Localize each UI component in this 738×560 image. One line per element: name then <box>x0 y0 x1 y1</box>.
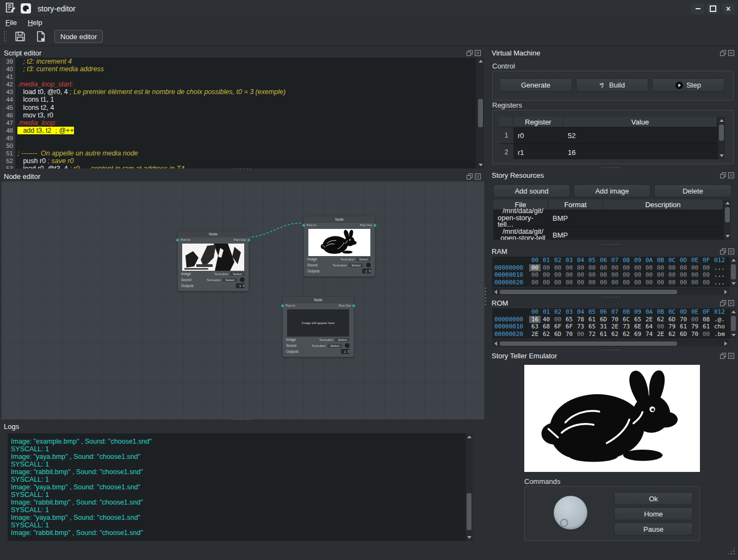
hex-byte[interactable]: 00 <box>700 331 712 338</box>
script-line[interactable]: 41 <box>1 73 476 80</box>
register-row[interactable]: 1r052 <box>499 127 717 144</box>
script-line[interactable]: 39 ; t2: increment 4 <box>1 58 476 65</box>
script-line[interactable]: 43 load t0, @r0, 4 ; Le premier élément … <box>1 88 476 96</box>
minimize-icon[interactable] <box>691 3 704 14</box>
hex-byte[interactable]: 2E <box>643 316 655 323</box>
hex-byte[interactable]: 00 <box>700 271 712 279</box>
resources-dock-titlebar[interactable]: Story Resources <box>488 170 738 180</box>
hex-byte[interactable]: 00 <box>655 264 666 272</box>
undock-icon[interactable] <box>720 353 726 359</box>
resource-row[interactable]: /mnt/data/git/open-story-tellBMP <box>493 227 723 240</box>
emulator-dock-titlebar[interactable]: Story Teller Emulator <box>488 351 738 360</box>
play-sound-icon[interactable] <box>344 343 350 349</box>
hex-byte[interactable]: 62 <box>541 331 552 338</box>
toolbar-drag-handle[interactable] <box>3 30 7 42</box>
log-output[interactable]: Image: "example.bmp" , Sound: "choose1.s… <box>8 433 472 541</box>
hex-byte[interactable]: 00 <box>700 264 712 272</box>
hex-byte[interactable]: 00 <box>700 279 712 287</box>
add-sound-button[interactable]: Add sound <box>493 184 570 197</box>
hex-byte[interactable]: 00 <box>643 279 655 287</box>
script-vertical-scrollbar[interactable] <box>476 58 484 169</box>
hex-byte[interactable]: 63 <box>529 323 541 331</box>
close-icon[interactable] <box>728 300 734 306</box>
resources-table[interactable]: FileFormatDescription /mnt/data/git/open… <box>493 200 723 240</box>
port-in-dot[interactable] <box>176 239 179 241</box>
hex-byte[interactable]: 72 <box>586 331 598 338</box>
port-out-dot[interactable] <box>352 304 355 307</box>
hex-byte[interactable]: 00 <box>575 331 586 338</box>
splitter-handle[interactable] <box>232 418 252 421</box>
hex-byte[interactable]: 00 <box>586 279 598 287</box>
step-button[interactable]: Step <box>652 78 724 92</box>
close-icon[interactable] <box>475 50 481 56</box>
select-sound-button[interactable]: Select <box>327 343 343 349</box>
hex-byte[interactable]: 6D <box>598 316 609 323</box>
script-line[interactable]: 51; ------- On appelle un autre media no… <box>1 150 476 157</box>
hex-byte[interactable]: 62 <box>655 316 666 323</box>
media-node-rabbit[interactable]: Node Port In Port Out ImageTextLabelSele… <box>303 216 375 277</box>
hex-byte[interactable]: 61 <box>678 323 689 331</box>
hex-byte[interactable]: 00 <box>598 279 609 287</box>
select-sound-button[interactable]: Select <box>222 277 238 283</box>
hex-byte[interactable]: 61 <box>700 323 712 331</box>
hex-byte[interactable]: 00 <box>621 279 632 287</box>
hex-byte[interactable]: 00 <box>609 271 621 279</box>
script-line[interactable]: 47.media_loop: <box>1 119 476 127</box>
hex-byte[interactable]: 00 <box>598 264 609 272</box>
hex-byte[interactable]: 69 <box>632 331 643 338</box>
hex-byte[interactable]: 00 <box>632 279 643 287</box>
hex-byte[interactable]: 78 <box>575 316 586 323</box>
registers-table[interactable]: RegisterValue 1r0522r116 <box>499 117 717 159</box>
hex-byte[interactable]: 65 <box>586 323 598 331</box>
hex-byte[interactable]: 6E <box>632 323 643 331</box>
hex-byte[interactable]: 31 <box>598 323 609 331</box>
hex-byte[interactable]: 64 <box>643 323 655 331</box>
close-icon[interactable] <box>728 172 734 178</box>
select-sound-button[interactable]: Select <box>348 263 364 268</box>
script-code-area[interactable]: 39 ; t2: increment 440 ; t3: current med… <box>1 58 476 169</box>
hex-byte[interactable]: 00 <box>529 271 541 279</box>
hex-byte[interactable]: 00 <box>621 264 632 272</box>
ram-hex-view[interactable]: 000102030405060708090A0B0C0D0E0F01200000… <box>492 257 729 287</box>
hex-byte[interactable]: 00 <box>689 271 700 279</box>
hex-byte[interactable]: 00 <box>689 264 700 272</box>
undock-icon[interactable] <box>467 173 473 179</box>
media-node-empty[interactable]: Node Port In Port Out Image will appear … <box>282 296 354 357</box>
undock-icon[interactable] <box>720 172 726 178</box>
hex-byte[interactable]: 70 <box>689 331 700 338</box>
port-in-dot[interactable] <box>281 304 284 307</box>
hex-byte[interactable]: 00 <box>678 264 689 272</box>
hex-byte[interactable]: 61 <box>598 331 609 338</box>
hex-byte[interactable]: 65 <box>563 316 575 323</box>
select-image-button[interactable]: Select <box>356 257 371 262</box>
hex-byte[interactable]: 65 <box>632 316 643 323</box>
hex-byte[interactable]: 00 <box>563 264 575 272</box>
hex-byte[interactable]: 79 <box>666 323 678 331</box>
undock-icon[interactable] <box>720 50 726 56</box>
outputs-spinner[interactable]: 1 <box>340 349 350 354</box>
hex-byte[interactable]: 6F <box>563 323 575 331</box>
rom-dock-titlebar[interactable]: ROM <box>488 298 738 308</box>
rom-vertical-scrollbar[interactable] <box>729 308 737 339</box>
hex-byte[interactable]: 00 <box>563 271 575 279</box>
close-icon[interactable]: × <box>722 3 735 14</box>
node-title[interactable]: Node <box>178 231 249 238</box>
hex-byte[interactable]: 00 <box>586 264 598 272</box>
register-row[interactable]: 2r116 <box>499 144 717 159</box>
close-icon[interactable] <box>728 50 734 56</box>
script-line[interactable]: 44 lcons t1, 1 <box>1 96 476 103</box>
select-image-button[interactable]: Select <box>334 337 350 343</box>
titlebar[interactable]: story-editor × <box>0 0 738 17</box>
vm-dock-titlebar[interactable]: Virtual Machine <box>488 48 738 58</box>
menu-file[interactable]: File <box>0 18 22 27</box>
hex-byte[interactable]: 00 <box>552 279 563 287</box>
registers-scrollbar[interactable] <box>717 117 725 159</box>
play-sound-icon[interactable] <box>365 262 371 268</box>
hex-byte[interactable]: 70 <box>609 316 621 323</box>
add-image-button[interactable]: Add image <box>574 184 650 197</box>
hex-byte[interactable]: 2E <box>655 331 666 338</box>
window-resize-grip[interactable] <box>727 547 735 555</box>
hex-byte[interactable]: 6D <box>678 331 689 338</box>
logs-vertical-scrollbar[interactable] <box>465 433 473 541</box>
undock-icon[interactable] <box>467 50 473 56</box>
